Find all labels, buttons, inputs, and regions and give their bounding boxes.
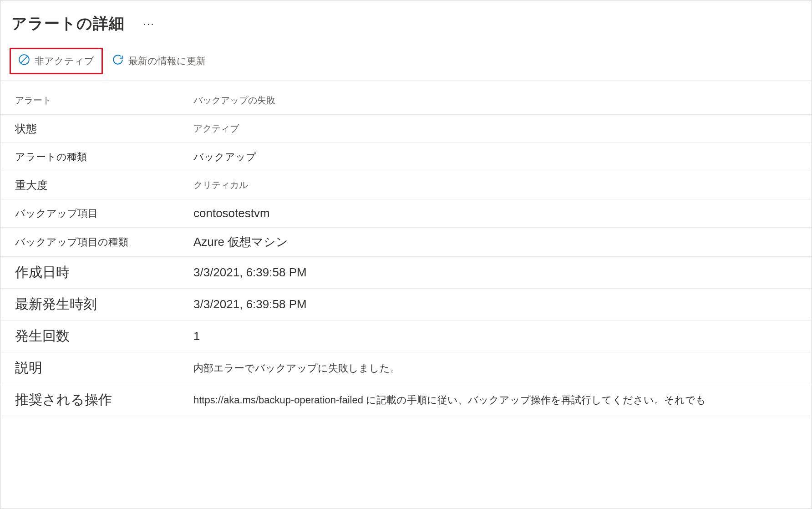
row-alert-type: アラートの種類 バックアップ (0, 143, 812, 171)
block-icon (18, 54, 30, 68)
label-alert: アラート (0, 88, 184, 113)
row-recommended-action: 推奨される操作 https://aka.ms/backup-operation-… (0, 384, 812, 416)
value-backup-item: contosotestvm (184, 200, 279, 227)
row-alert: アラート バックアップの失敗 (0, 87, 812, 115)
refresh-button[interactable]: 最新の情報に更新 (106, 49, 212, 73)
value-recommended-action: https://aka.ms/backup-operation-failed に… (184, 387, 715, 413)
value-description: 内部エラーでバックアップに失敗しました。 (184, 355, 409, 382)
label-created: 作成日時 (0, 257, 184, 288)
label-state: 状態 (0, 115, 184, 143)
row-occurrence-count: 発生回数 1 (0, 321, 812, 352)
label-last-occurred: 最新発生時刻 (0, 289, 184, 320)
value-occurrence-count: 1 (184, 323, 209, 350)
more-icon[interactable]: ··· (143, 17, 155, 30)
label-alert-type: アラートの種類 (0, 144, 184, 170)
row-state: 状態 アクティブ (0, 115, 812, 143)
refresh-button-label: 最新の情報に更新 (128, 55, 206, 67)
alert-details-panel: アラートの詳細 ··· 非アクティブ 最新の情報に更新 アラ (0, 0, 812, 509)
svg-line-1 (20, 56, 27, 63)
value-backup-item-type: Azure 仮想マシン (184, 228, 297, 256)
details-list: アラート バックアップの失敗 状態 アクティブ アラートの種類 バックアップ 重… (0, 81, 812, 416)
value-created: 3/3/2021, 6:39:58 PM (184, 259, 316, 286)
refresh-icon (112, 54, 124, 68)
row-severity: 重大度 クリティカル (0, 171, 812, 199)
value-alert-type: バックアップ (184, 144, 265, 170)
row-description: 説明 内部エラーでバックアップに失敗しました。 (0, 352, 812, 384)
inactive-button[interactable]: 非アクティブ (10, 48, 103, 74)
label-description: 説明 (0, 352, 184, 384)
value-severity: クリティカル (184, 173, 257, 198)
inactive-button-label: 非アクティブ (35, 55, 94, 67)
header: アラートの詳細 ··· (0, 0, 812, 41)
value-alert: バックアップの失敗 (184, 88, 284, 113)
toolbar: 非アクティブ 最新の情報に更新 (0, 41, 812, 81)
row-last-occurred: 最新発生時刻 3/3/2021, 6:39:58 PM (0, 289, 812, 321)
label-severity: 重大度 (0, 172, 184, 199)
label-recommended-action: 推奨される操作 (0, 384, 184, 416)
row-backup-item-type: バックアップ項目の種類 Azure 仮想マシン (0, 228, 812, 257)
value-state: アクティブ (184, 116, 248, 141)
row-backup-item: バックアップ項目 contosotestvm (0, 199, 812, 228)
label-backup-item-type: バックアップ項目の種類 (0, 229, 184, 255)
value-last-occurred: 3/3/2021, 6:39:58 PM (184, 291, 316, 318)
label-occurrence-count: 発生回数 (0, 321, 184, 352)
label-backup-item: バックアップ項目 (0, 200, 184, 227)
row-created: 作成日時 3/3/2021, 6:39:58 PM (0, 257, 812, 289)
page-title: アラートの詳細 (11, 13, 125, 34)
